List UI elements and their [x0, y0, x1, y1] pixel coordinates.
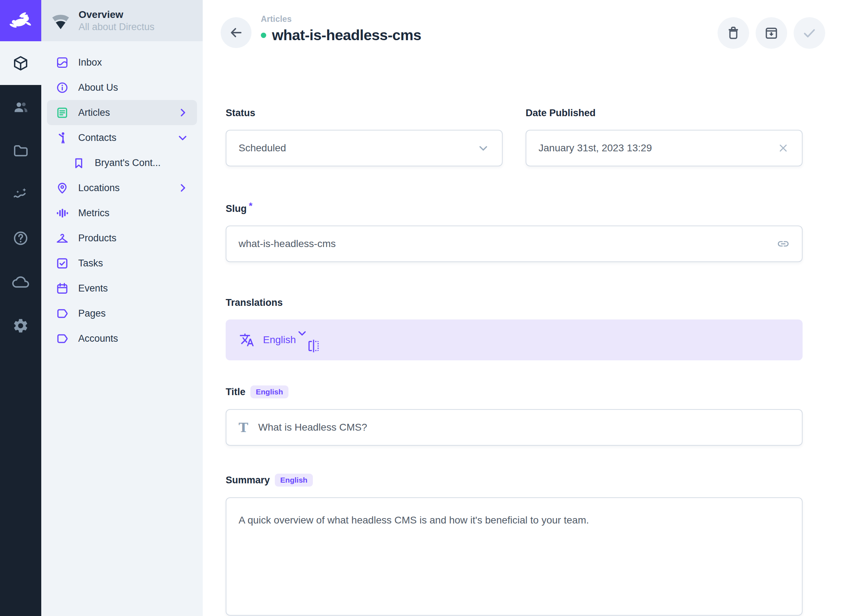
- status-field: Status Scheduled: [226, 107, 503, 166]
- slug-input[interactable]: what-is-headless-cms: [226, 226, 803, 262]
- bookmark-icon: [72, 156, 85, 170]
- sidebar-item-events[interactable]: Events: [47, 276, 197, 301]
- status-value: Scheduled: [239, 142, 286, 154]
- info-icon: [56, 81, 69, 94]
- date-published-input[interactable]: January 31st, 2023 13:29: [526, 130, 803, 166]
- slug-value: what-is-headless-cms: [239, 238, 336, 249]
- module-content[interactable]: [0, 41, 41, 85]
- required-asterisk: *: [249, 200, 253, 212]
- sidebar-item-label: Bryant's Cont...: [95, 157, 161, 169]
- module-cloud[interactable]: [0, 260, 41, 304]
- trash-icon: [726, 25, 741, 41]
- sidebar-item-locations[interactable]: Locations: [47, 175, 197, 201]
- split-view-icon: [307, 339, 320, 353]
- summary-textarea[interactable]: A quick overview of what headless CMS is…: [226, 497, 803, 616]
- sidebar-item-metrics[interactable]: Metrics: [47, 201, 197, 226]
- sidebar-item-label: Contacts: [78, 132, 117, 144]
- sidebar-item-tasks[interactable]: Tasks: [47, 251, 197, 276]
- slug-label: Slug *: [226, 202, 803, 215]
- chart-sparkle-icon: [12, 186, 29, 203]
- chevron-down-icon: [177, 132, 188, 144]
- date-published-label: Date Published: [526, 107, 803, 119]
- label-tag-icon: [56, 332, 69, 345]
- calendar-icon: [56, 282, 69, 295]
- sidebar-item-inbox[interactable]: Inbox: [47, 50, 197, 75]
- map-pin-icon: [56, 182, 69, 195]
- translate-icon: [239, 332, 254, 348]
- sidebar-item-contacts[interactable]: Contacts: [47, 125, 197, 150]
- sidebar-item-label: Locations: [78, 182, 120, 194]
- help-icon: [12, 230, 29, 247]
- translations-selector[interactable]: English: [226, 320, 803, 360]
- sidebar-item-label: Events: [78, 283, 108, 294]
- module-insights[interactable]: [0, 173, 41, 216]
- status-select[interactable]: Scheduled: [226, 130, 503, 166]
- date-published-value: January 31st, 2023 13:29: [539, 142, 652, 154]
- title-input[interactable]: T What is Headless CMS?: [226, 409, 803, 446]
- sidebar-item-label: Inbox: [78, 57, 102, 68]
- arrow-left-icon: [229, 25, 244, 40]
- project-signal-icon: [51, 11, 70, 31]
- inbox-icon: [56, 56, 69, 69]
- sidebar-item-pages[interactable]: Pages: [47, 301, 197, 326]
- sidebar-item-label: Metrics: [78, 208, 109, 219]
- main-content: Articles what-is-headless-cms: [203, 0, 846, 616]
- translations-label: Translations: [226, 296, 803, 309]
- page-title: what-is-headless-cms: [272, 27, 421, 44]
- rabbit-logo-icon: [7, 7, 34, 34]
- sidebar-item-label: Articles: [78, 107, 110, 118]
- check-icon: [802, 25, 817, 41]
- page-header: Articles what-is-headless-cms: [203, 0, 846, 54]
- equalizer-icon: [56, 207, 69, 220]
- translations-field: Translations English: [226, 296, 803, 360]
- slug-field: Slug * what-is-headless-cms: [226, 202, 803, 262]
- person-waving-icon: [56, 131, 69, 145]
- sidebar-item-label: Tasks: [78, 258, 103, 269]
- delete-button[interactable]: [718, 17, 749, 49]
- article-icon: [56, 106, 69, 119]
- text-format-icon: T: [239, 420, 248, 435]
- people-icon: [12, 98, 29, 116]
- archive-icon: [764, 25, 779, 41]
- cloud-icon: [12, 274, 29, 290]
- summary-label: Summary English: [226, 474, 803, 487]
- module-bar: [0, 0, 41, 616]
- module-users[interactable]: [0, 85, 41, 129]
- chevron-right-icon: [177, 107, 188, 118]
- sidebar-item-label: Pages: [78, 308, 106, 319]
- summary-value: A quick overview of what headless CMS is…: [239, 513, 589, 527]
- clear-date-button[interactable]: [777, 142, 790, 154]
- sidebar-item-products[interactable]: Products: [47, 226, 197, 251]
- module-settings[interactable]: [0, 304, 41, 348]
- link-icon: [777, 238, 790, 250]
- sidebar-item-articles[interactable]: Articles: [47, 100, 197, 125]
- status-dot: [261, 33, 266, 38]
- sidebar-item-about-us[interactable]: About Us: [47, 75, 197, 100]
- breadcrumb[interactable]: Articles: [261, 14, 421, 24]
- module-files[interactable]: [0, 129, 41, 173]
- project-subtitle: All about Directus: [79, 21, 155, 33]
- sidebar-item-bryants-contacts[interactable]: Bryant's Cont...: [47, 150, 197, 175]
- sidebar-item-label: Accounts: [78, 333, 118, 344]
- title-value: What is Headless CMS?: [258, 422, 367, 433]
- sidebar-nav: Inbox About Us Articles: [41, 41, 203, 351]
- date-published-field: Date Published January 31st, 2023 13:29: [526, 107, 803, 166]
- header-actions: [718, 13, 825, 49]
- sidebar: Overview All about Directus Inbox About …: [41, 0, 203, 616]
- back-button[interactable]: [221, 17, 251, 48]
- sidebar-item-accounts[interactable]: Accounts: [47, 326, 197, 351]
- task-check-icon: [56, 257, 69, 270]
- project-header[interactable]: Overview All about Directus: [41, 0, 203, 41]
- directus-logo[interactable]: [0, 0, 41, 41]
- save-button[interactable]: [794, 17, 825, 49]
- module-help[interactable]: [0, 216, 41, 260]
- summary-field: Summary English A quick overview of what…: [226, 474, 803, 616]
- title-field: Title English T What is Headless CMS?: [226, 386, 803, 446]
- archive-button[interactable]: [756, 17, 787, 49]
- folder-icon: [12, 142, 29, 159]
- gear-icon: [12, 317, 29, 334]
- status-label: Status: [226, 107, 503, 119]
- label-tag-icon: [56, 307, 69, 320]
- chevron-right-icon: [177, 182, 188, 194]
- chevron-down-icon: [477, 142, 490, 154]
